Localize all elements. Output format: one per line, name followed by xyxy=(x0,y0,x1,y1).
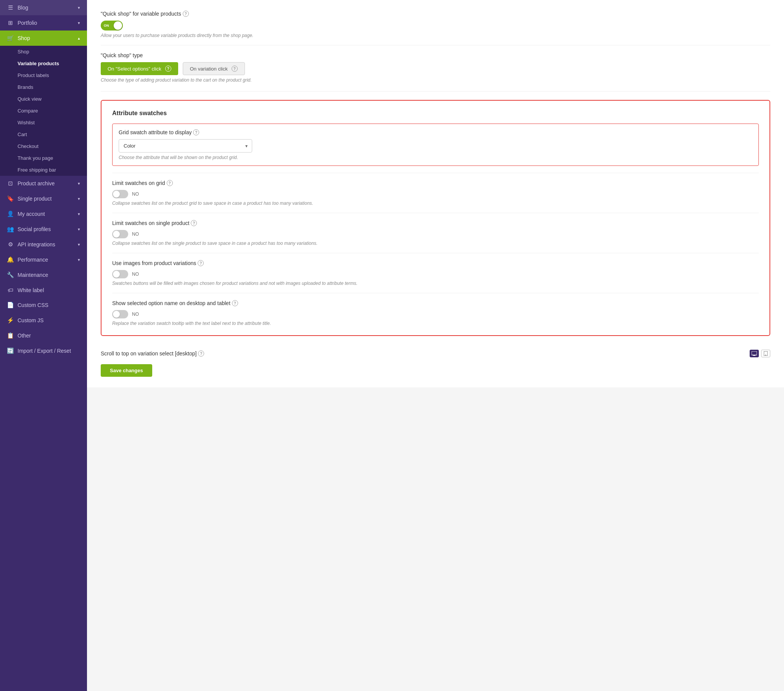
sidebar-item-label: Performance xyxy=(18,257,48,263)
small-toggle-knob xyxy=(113,191,120,197)
portfolio-icon: ⊞ xyxy=(7,20,14,26)
quick-shop-info-icon[interactable]: ? xyxy=(183,11,189,17)
maintenance-icon: 🔧 xyxy=(7,271,14,278)
social-profiles-icon: 👥 xyxy=(7,226,14,233)
limit-swatches-grid-status: NO xyxy=(132,191,139,197)
sidebar-sub-item-free-shipping-bar[interactable]: Free shipping bar xyxy=(0,164,87,176)
small-toggle-knob-2 xyxy=(113,231,120,238)
show-selected-option-section: Show selected option name on desktop and… xyxy=(112,300,759,326)
show-selected-option-label: Show selected option name on desktop and… xyxy=(112,300,231,306)
limit-swatches-single-toggle-row: NO xyxy=(112,230,759,239)
chevron-down-icon: ▾ xyxy=(78,5,80,10)
product-archive-icon: ⊡ xyxy=(7,180,14,187)
use-images-info-icon[interactable]: ? xyxy=(198,260,204,266)
sidebar-item-label: Single product xyxy=(18,196,52,202)
limit-swatches-single-label: Limit swatches on single product xyxy=(112,220,189,226)
import-export-reset-icon: 🔄 xyxy=(7,347,14,354)
sidebar-sub-item-thank-you-page[interactable]: Thank you page xyxy=(0,152,87,164)
limit-swatches-single-info-icon[interactable]: ? xyxy=(191,220,197,226)
type-btn-info-icon[interactable]: ? xyxy=(165,66,171,72)
grid-swatch-select[interactable]: Color Size Style xyxy=(119,139,252,153)
sidebar-item-label: API integrations xyxy=(18,242,55,247)
use-images-section: Use images from product variations ? NO … xyxy=(112,260,759,286)
custom-css-icon: 📄 xyxy=(7,302,14,309)
sidebar-item-white-label[interactable]: 🏷 White label xyxy=(0,283,87,298)
scroll-to-top-icon-btns xyxy=(749,350,770,357)
sidebar-sub-item-cart[interactable]: Cart xyxy=(0,128,87,140)
quick-shop-title: "Quick shop" for variable products xyxy=(101,11,181,17)
grid-swatch-info-icon[interactable]: ? xyxy=(193,129,199,135)
sidebar-item-import-export-reset[interactable]: 🔄 Import / Export / Reset xyxy=(0,343,87,359)
sidebar-item-single-product[interactable]: 🔖 Single product ▾ xyxy=(0,191,87,206)
sidebar-sub-item-variable-products[interactable]: Variable products xyxy=(0,58,87,69)
sidebar-item-custom-js[interactable]: ⚡ Custom JS xyxy=(0,313,87,328)
sidebar-item-performance[interactable]: 🔔 Performance ▾ xyxy=(0,252,87,267)
sidebar-sub-item-wishlist[interactable]: Wishlist xyxy=(0,117,87,128)
type-btn-select-options[interactable]: On "Select options" click ? xyxy=(101,62,178,75)
main-content: "Quick shop" for variable products ? ON … xyxy=(87,0,784,691)
sidebar-item-blog[interactable]: ☰ Blog ▾ xyxy=(0,0,87,15)
sidebar-item-product-archive[interactable]: ⊡ Product archive ▾ xyxy=(0,176,87,191)
chevron-down-icon: ▾ xyxy=(78,212,80,217)
limit-swatches-grid-toggle-row: NO xyxy=(112,190,759,198)
scroll-desktop-icon-btn[interactable] xyxy=(749,350,759,357)
type-btn-variation-info-icon[interactable]: ? xyxy=(232,66,238,72)
custom-js-icon: ⚡ xyxy=(7,317,14,324)
type-btn-row: On "Select options" click ? On variation… xyxy=(101,62,770,75)
chevron-down-icon: ▾ xyxy=(78,196,80,201)
limit-swatches-single-toggle[interactable] xyxy=(112,230,128,239)
sidebar-sub-item-checkout[interactable]: Checkout xyxy=(0,140,87,152)
sidebar-item-maintenance[interactable]: 🔧 Maintenance xyxy=(0,267,87,283)
scroll-tablet-icon-btn[interactable] xyxy=(761,350,770,357)
sidebar-item-label: Shop xyxy=(18,35,30,41)
use-images-status: NO xyxy=(132,271,139,277)
sidebar-item-label: Product archive xyxy=(18,180,54,186)
limit-swatches-grid-toggle[interactable] xyxy=(112,190,128,198)
sidebar-item-my-account[interactable]: 👤 My account ▾ xyxy=(0,206,87,222)
sidebar-item-label: Custom CSS xyxy=(18,302,48,308)
sidebar-item-label: White label xyxy=(18,287,44,293)
quick-shop-section: "Quick shop" for variable products ? ON … xyxy=(101,11,770,83)
use-images-desc: Swatches buttons will be filled with ima… xyxy=(112,281,759,286)
limit-swatches-single-section: Limit swatches on single product ? NO Co… xyxy=(112,220,759,246)
show-selected-option-status: NO xyxy=(132,311,139,317)
sidebar-item-other[interactable]: 📋 Other xyxy=(0,328,87,343)
svg-rect-1 xyxy=(753,355,755,356)
limit-swatches-grid-section: Limit swatches on grid ? NO Collapse swa… xyxy=(112,180,759,206)
sidebar-item-social-profiles[interactable]: 👥 Social profiles ▾ xyxy=(0,222,87,237)
limit-swatches-grid-label: Limit swatches on grid xyxy=(112,180,165,186)
sidebar-item-label: Social profiles xyxy=(18,226,51,232)
sidebar-sub-item-brands[interactable]: Brands xyxy=(0,81,87,93)
sidebar-sub-item-product-labels[interactable]: Product labels xyxy=(0,69,87,81)
show-selected-option-toggle-row: NO xyxy=(112,310,759,318)
grid-swatch-label: Grid swatch attribute to display xyxy=(119,129,191,135)
grid-swatch-inner-box: Grid swatch attribute to display ? Color… xyxy=(112,123,759,166)
content-area: "Quick shop" for variable products ? ON … xyxy=(87,0,784,387)
quick-shop-toggle[interactable]: ON xyxy=(101,21,123,31)
white-label-icon: 🏷 xyxy=(7,287,14,293)
sidebar-item-label: Import / Export / Reset xyxy=(18,348,71,354)
sidebar-item-label: Portfolio xyxy=(18,20,37,26)
scroll-to-top-info-icon[interactable]: ? xyxy=(198,350,204,357)
show-selected-option-toggle[interactable] xyxy=(112,310,128,318)
sidebar-shop-submenu: Shop Variable products Product labels Br… xyxy=(0,46,87,176)
save-changes-button[interactable]: Save changes xyxy=(101,364,152,377)
show-selected-option-desc: Replace the variation swatch tooltip wit… xyxy=(112,321,759,326)
show-selected-option-info-icon[interactable]: ? xyxy=(232,300,238,306)
limit-swatches-single-desc: Collapse swatches list on the single pro… xyxy=(112,241,759,246)
svg-rect-0 xyxy=(751,351,757,355)
sidebar-item-api-integrations[interactable]: ⚙ API integrations ▾ xyxy=(0,237,87,252)
chevron-down-icon: ▾ xyxy=(78,181,80,186)
use-images-toggle[interactable] xyxy=(112,270,128,278)
quick-shop-type-description: Choose the type of adding product variat… xyxy=(101,77,770,83)
limit-swatches-grid-info-icon[interactable]: ? xyxy=(167,180,173,186)
sidebar-sub-item-compare[interactable]: Compare xyxy=(0,105,87,117)
sidebar-sub-item-quick-view[interactable]: Quick view xyxy=(0,93,87,105)
sidebar-item-shop[interactable]: 🛒 Shop ▴ xyxy=(0,31,87,46)
sidebar-item-label: Custom JS xyxy=(18,317,43,323)
type-btn-variation-click[interactable]: On variation click ? xyxy=(183,62,245,75)
sidebar-sub-item-shop[interactable]: Shop xyxy=(0,46,87,58)
sidebar-item-custom-css[interactable]: 📄 Custom CSS xyxy=(0,298,87,313)
sidebar-item-portfolio[interactable]: ⊞ Portfolio ▾ xyxy=(0,15,87,31)
attr-swatches-title: Attribute swatches xyxy=(112,110,759,117)
